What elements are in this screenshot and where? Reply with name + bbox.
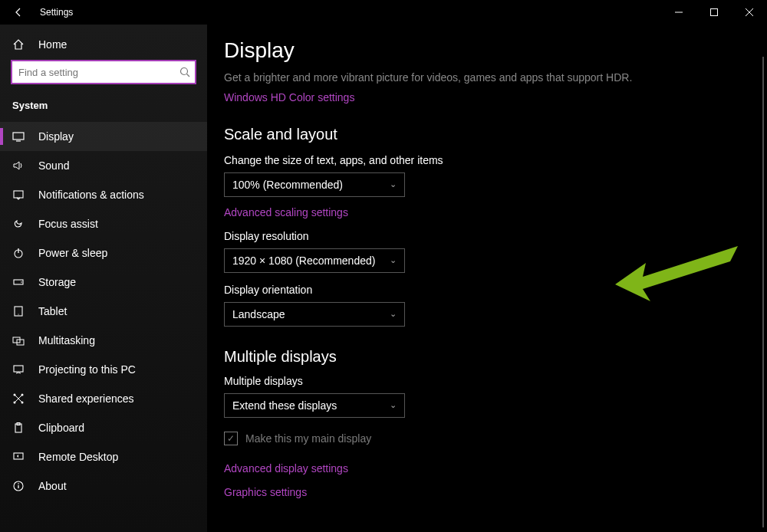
power-icon (12, 247, 25, 259)
sidebar-item-label: Notifications & actions (38, 189, 144, 201)
dropdown-value: 100% (Recommended) (232, 179, 343, 191)
sidebar-item-label: Tablet (38, 305, 67, 317)
sidebar-item-label: Projecting to this PC (38, 363, 136, 376)
main-display-checkbox-label: Make this my main display (245, 432, 371, 445)
sidebar-item-label: Remote Desktop (38, 451, 118, 463)
remote-desktop-icon (12, 451, 25, 463)
sidebar-item-label: Multitasking (38, 334, 95, 346)
chevron-down-icon: ⌄ (390, 309, 397, 319)
resolution-label: Display resolution (224, 230, 767, 242)
sidebar-item-shared-experiences[interactable]: Shared experiences (0, 384, 207, 413)
sidebar: Home System Display Sound Notificat (0, 25, 207, 532)
shared-experiences-icon (12, 392, 25, 405)
text-size-label: Change the size of text, apps, and other… (224, 154, 767, 166)
focus-assist-icon (12, 218, 25, 230)
chevron-down-icon: ⌄ (390, 400, 397, 410)
storage-icon (12, 276, 25, 288)
sidebar-item-multitasking[interactable]: Multitasking (0, 326, 207, 355)
svg-rect-6 (13, 133, 24, 140)
home-button[interactable]: Home (0, 31, 207, 60)
sidebar-section-header: System (0, 95, 207, 122)
arrow-left-icon (13, 7, 24, 18)
svg-point-29 (18, 483, 19, 484)
sidebar-item-label: Sound (38, 159, 69, 172)
annotation-arrow-icon (615, 246, 746, 307)
maximize-button[interactable] (696, 0, 732, 25)
sidebar-item-tablet[interactable]: Tablet (0, 297, 207, 326)
graphics-settings-link[interactable]: Graphics settings (224, 486, 307, 498)
svg-rect-1 (711, 9, 718, 16)
clipboard-icon (12, 422, 25, 434)
search-input[interactable] (11, 60, 196, 84)
sidebar-item-power-sleep[interactable]: Power & sleep (0, 238, 207, 268)
svg-point-21 (21, 394, 24, 396)
sidebar-item-about[interactable]: About (0, 471, 207, 501)
resolution-dropdown[interactable]: 1920 × 1080 (Recommended) ⌄ (224, 248, 405, 273)
sidebar-item-remote-desktop[interactable]: Remote Desktop (0, 442, 207, 471)
svg-point-14 (18, 314, 18, 314)
home-label: Home (38, 38, 67, 51)
maximize-icon (710, 8, 718, 16)
sidebar-item-label: Display (38, 130, 74, 143)
display-icon (12, 130, 25, 143)
back-button[interactable] (0, 0, 37, 25)
orientation-label: Display orientation (224, 284, 767, 296)
sound-icon (12, 159, 25, 172)
multiple-displays-dropdown[interactable]: Extend these displays ⌄ (224, 393, 405, 418)
sidebar-item-notifications[interactable]: Notifications & actions (0, 180, 207, 209)
titlebar: Settings (0, 0, 767, 25)
close-button[interactable] (732, 0, 767, 25)
sidebar-item-display[interactable]: Display (0, 122, 207, 151)
page-title: Display (224, 38, 767, 63)
scale-layout-heading: Scale and layout (224, 126, 767, 143)
projecting-icon (12, 363, 25, 376)
sidebar-item-storage[interactable]: Storage (0, 268, 207, 297)
minimize-button[interactable] (661, 0, 696, 25)
svg-point-22 (14, 402, 16, 404)
main-display-checkbox-row: ✓ Make this my main display (224, 432, 767, 445)
multitasking-icon (12, 334, 25, 346)
dropdown-value: 1920 × 1080 (Recommended) (232, 255, 375, 267)
dropdown-value: Extend these displays (232, 399, 337, 412)
advanced-display-link[interactable]: Advanced display settings (224, 462, 348, 475)
window-title: Settings (40, 7, 73, 18)
sidebar-item-label: Focus assist (38, 218, 98, 230)
advanced-scaling-link[interactable]: Advanced scaling settings (224, 206, 348, 218)
svg-point-12 (21, 281, 22, 283)
about-icon (12, 480, 25, 492)
main-display-checkbox: ✓ (224, 432, 238, 445)
home-icon (12, 38, 25, 51)
minimize-icon (675, 8, 683, 16)
sidebar-item-label: About (38, 480, 67, 492)
svg-point-23 (21, 402, 24, 404)
orientation-dropdown[interactable]: Landscape ⌄ (224, 302, 405, 327)
sidebar-item-label: Power & sleep (38, 247, 107, 259)
content-area: Display Get a brighter and more vibrant … (207, 25, 767, 532)
svg-rect-8 (14, 191, 23, 198)
chevron-down-icon: ⌄ (390, 179, 397, 189)
hd-color-settings-link[interactable]: Windows HD Color settings (224, 91, 354, 103)
window-controls (661, 0, 767, 25)
notifications-icon (12, 189, 25, 201)
sidebar-item-label: Shared experiences (38, 392, 134, 405)
sidebar-item-clipboard[interactable]: Clipboard (0, 413, 207, 442)
multiple-displays-label: Multiple displays (224, 375, 767, 387)
sidebar-item-projecting[interactable]: Projecting to this PC (0, 355, 207, 384)
hdr-description: Get a brighter and more vibrant picture … (224, 71, 638, 85)
svg-point-20 (14, 394, 16, 396)
sidebar-item-sound[interactable]: Sound (0, 151, 207, 180)
svg-rect-17 (14, 366, 23, 372)
multiple-displays-heading: Multiple displays (224, 348, 767, 366)
scrollbar[interactable] (762, 57, 764, 527)
sidebar-item-label: Storage (38, 276, 76, 288)
sidebar-item-label: Clipboard (38, 422, 84, 434)
chevron-down-icon: ⌄ (390, 255, 397, 265)
close-icon (746, 8, 753, 16)
tablet-icon (12, 305, 25, 317)
dropdown-value: Landscape (232, 308, 285, 320)
text-size-dropdown[interactable]: 100% (Recommended) ⌄ (224, 172, 405, 197)
sidebar-item-focus-assist[interactable]: Focus assist (0, 209, 207, 238)
